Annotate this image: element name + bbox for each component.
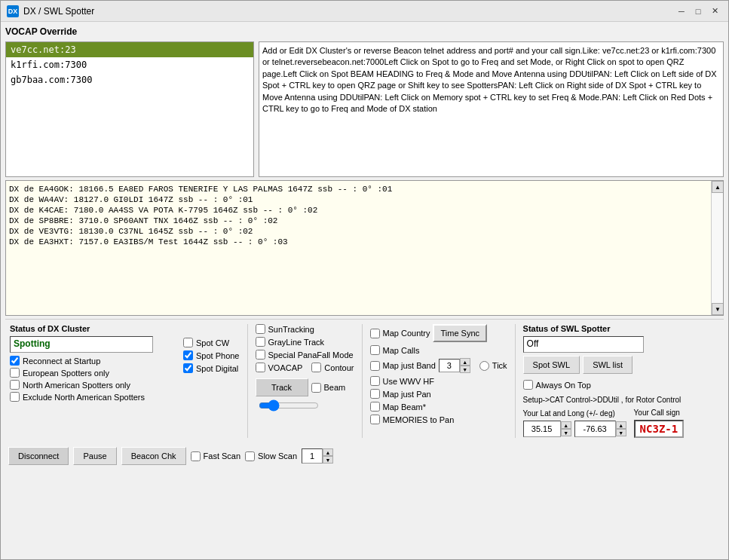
band-spinner-up[interactable]: ▲ bbox=[460, 358, 470, 366]
lat-down-btn[interactable]: ▼ bbox=[561, 429, 571, 436]
map-just-pan-checkbox[interactable]: Map just Pan bbox=[370, 389, 507, 399]
lat-spinner-btns: ▲ ▼ bbox=[561, 421, 571, 436]
spot-digital-input[interactable] bbox=[183, 363, 193, 373]
exclude-na-spotters-checkbox[interactable]: Exclude North American Spotters bbox=[10, 392, 176, 402]
fast-scan-checkbox[interactable]: Fast Scan bbox=[191, 451, 241, 461]
map-just-band-checkbox[interactable]: Map just Band bbox=[370, 361, 436, 371]
band-spinner-down[interactable]: ▼ bbox=[460, 366, 470, 373]
track-beam-slider[interactable] bbox=[259, 399, 319, 412]
fast-scan-input[interactable] bbox=[191, 451, 201, 461]
beacon-chk-button[interactable]: Beacon Chk bbox=[121, 447, 186, 465]
scroll-up-btn[interactable]: ▲ bbox=[712, 181, 724, 193]
spot-cw-checkbox[interactable]: Spot CW bbox=[183, 338, 240, 347]
beam-checkbox[interactable]: Beam bbox=[311, 383, 346, 393]
spot-cw-input[interactable] bbox=[183, 338, 193, 347]
spots-table: DX de EA4GOK: 18166.5 EA8ED FAROS TENERI… bbox=[6, 181, 723, 250]
slow-scan-checkbox[interactable]: Slow Scan bbox=[245, 451, 297, 461]
close-button[interactable]: ✕ bbox=[707, 4, 722, 19]
spot-row[interactable]: DX de VE3VTG: 18130.0 C37NL 1645Z ssb --… bbox=[9, 226, 720, 237]
spot-digital-checkbox[interactable]: Spot Digital bbox=[183, 363, 240, 373]
always-on-top-input[interactable] bbox=[523, 380, 533, 390]
swl-list-button[interactable]: SWL list bbox=[583, 356, 633, 374]
swl-status-label: Status of SWL Spotter bbox=[523, 324, 719, 333]
map-country-input[interactable] bbox=[370, 329, 380, 338]
swl-off-status: Off bbox=[523, 336, 644, 353]
spot-swl-button[interactable]: Spot SWL bbox=[523, 356, 580, 374]
contour-input[interactable] bbox=[311, 363, 321, 372]
info-text: Add or Edit DX Cluster's or reverse Beac… bbox=[259, 41, 724, 177]
scan-spinner: ▲ ▼ bbox=[302, 448, 333, 464]
scroll-down-btn[interactable]: ▼ bbox=[712, 303, 724, 315]
disconnect-button[interactable]: Disconnect bbox=[8, 447, 69, 465]
exclude-na-spotters-input[interactable] bbox=[10, 392, 20, 402]
special-panafall-input[interactable] bbox=[256, 350, 265, 360]
spot-phone-checkbox[interactable]: Spot Phone bbox=[183, 350, 240, 360]
spot-row[interactable]: DX de EA4GOK: 18166.5 EA8ED FAROS TENERI… bbox=[9, 184, 720, 194]
map-beam-checkbox[interactable]: Map Beam* bbox=[370, 402, 507, 412]
scan-spinner-input[interactable] bbox=[302, 448, 323, 464]
minimize-button[interactable]: ─ bbox=[674, 4, 689, 19]
long-up-btn[interactable]: ▲ bbox=[616, 421, 626, 429]
divider-2 bbox=[362, 324, 363, 438]
map-beam-input[interactable] bbox=[370, 402, 380, 412]
scroll-track bbox=[712, 193, 723, 303]
app-icon: DX bbox=[7, 5, 19, 17]
tracking-col: SunTracking GrayLine Track Special PanaF… bbox=[256, 324, 354, 438]
track-button[interactable]: Track bbox=[256, 378, 308, 396]
callsign-col: Your Call sign NC3Z-1 bbox=[634, 409, 685, 438]
lat-spinner: ▲ ▼ bbox=[523, 421, 571, 437]
spot-row[interactable]: DX de SP8BRE: 3710.0 SP60ANT TNX 1646Z s… bbox=[9, 216, 720, 226]
map-just-band-row: Map just Band ▲ ▼ Tick bbox=[370, 358, 507, 373]
spots-section: DX de EA4GOK: 18166.5 EA8ED FAROS TENERI… bbox=[5, 180, 724, 316]
map-calls-checkbox[interactable]: Map Calls bbox=[370, 345, 507, 355]
european-spotters-checkbox[interactable]: European Spotters only bbox=[10, 368, 176, 378]
cluster-item[interactable]: ve7cc.net:23 bbox=[6, 42, 253, 57]
long-input[interactable] bbox=[574, 421, 616, 437]
use-wwv-hf-checkbox[interactable]: Use WWV HF bbox=[370, 376, 434, 386]
spot-row[interactable]: DX de WA4AV: 18127.0 GI0LDI 1647Z ssb --… bbox=[9, 194, 720, 205]
maximize-button[interactable]: □ bbox=[691, 4, 706, 19]
map-country-checkbox[interactable]: Map Country bbox=[370, 329, 430, 338]
cluster-item[interactable]: k1rfi.com:7300 bbox=[6, 57, 253, 72]
sun-tracking-input[interactable] bbox=[256, 324, 265, 334]
na-spotters-input[interactable] bbox=[10, 380, 20, 390]
map-just-band-input[interactable] bbox=[370, 361, 380, 371]
pause-button[interactable]: Pause bbox=[73, 447, 116, 465]
reconnect-startup-input[interactable] bbox=[10, 356, 20, 366]
voacap-checkbox[interactable]: VOACAP bbox=[256, 363, 303, 372]
lat-input[interactable] bbox=[523, 421, 561, 437]
spot-row[interactable]: DX de EA3HXT: 7157.0 EA3IBS/M Test 1644Z… bbox=[9, 237, 720, 247]
tick-radio[interactable] bbox=[479, 361, 489, 371]
memories-to-pan-input[interactable] bbox=[370, 415, 380, 424]
memories-to-pan-checkbox[interactable]: MEMORIES to Pan bbox=[370, 415, 507, 424]
time-sync-button[interactable]: Time Sync bbox=[433, 324, 487, 342]
spot-phone-input[interactable] bbox=[183, 350, 193, 360]
cluster-item[interactable]: gb7baa.com:7300 bbox=[6, 72, 253, 87]
lat-up-btn[interactable]: ▲ bbox=[561, 421, 571, 429]
na-spotters-checkbox[interactable]: North American Spotters only bbox=[10, 380, 176, 390]
footer-row: Disconnect Pause Beacon Chk Fast Scan Sl… bbox=[5, 445, 724, 467]
band-spinner-input[interactable] bbox=[439, 359, 460, 372]
scan-down-btn[interactable]: ▼ bbox=[323, 456, 333, 464]
spot-row[interactable]: DX de K4CAE: 7180.0 AA4SS VA POTA K-7795… bbox=[9, 205, 720, 216]
voacap-input[interactable] bbox=[256, 363, 265, 372]
use-wwv-hf-row: Use WWV HF bbox=[370, 376, 507, 386]
sun-tracking-checkbox[interactable]: SunTracking bbox=[256, 324, 354, 334]
slow-scan-input[interactable] bbox=[245, 451, 255, 461]
reconnect-startup-checkbox[interactable]: Reconnect at Startup bbox=[10, 356, 176, 366]
long-down-btn[interactable]: ▼ bbox=[616, 429, 626, 436]
main-content: VOCAP Override ve7cc.net:23k1rfi.com:730… bbox=[1, 22, 728, 559]
beam-input[interactable] bbox=[311, 383, 321, 393]
scan-up-btn[interactable]: ▲ bbox=[323, 448, 333, 456]
grayline-track-checkbox[interactable]: GrayLine Track bbox=[256, 337, 354, 347]
contour-checkbox[interactable]: Contour bbox=[311, 363, 354, 372]
use-wwv-hf-input[interactable] bbox=[370, 376, 380, 386]
grayline-track-input[interactable] bbox=[256, 337, 265, 347]
european-spotters-input[interactable] bbox=[10, 368, 20, 378]
always-on-top-checkbox[interactable]: Always On Top bbox=[523, 380, 719, 390]
map-calls-input[interactable] bbox=[370, 345, 380, 355]
map-just-pan-input[interactable] bbox=[370, 389, 380, 399]
special-panafall-checkbox[interactable]: Special PanaFall Mode bbox=[256, 350, 354, 360]
long-spinner: ▲ ▼ bbox=[574, 421, 626, 437]
spots-scrollbar[interactable]: ▲ ▼ bbox=[711, 181, 723, 315]
